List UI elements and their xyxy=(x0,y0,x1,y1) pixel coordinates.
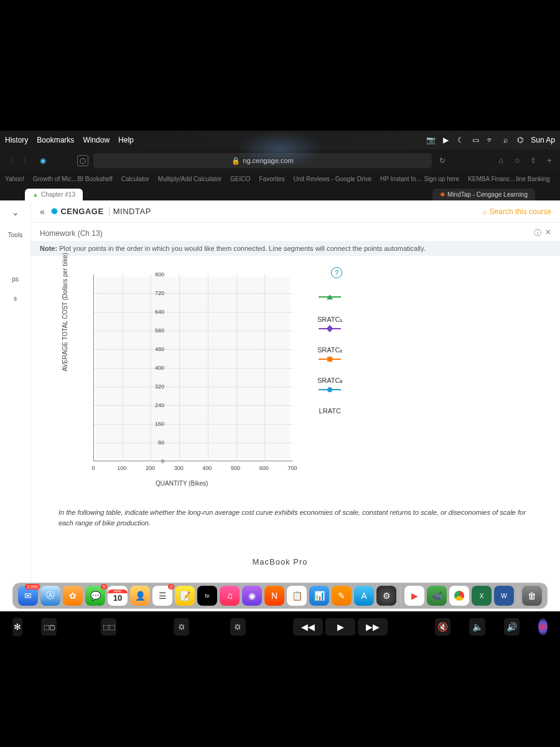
back-icon[interactable]: « xyxy=(40,207,45,217)
legend-item-sratc3[interactable]: SRATC₃ xyxy=(317,377,342,393)
esc-key[interactable]: ✻ xyxy=(12,618,22,636)
dock-word[interactable]: W xyxy=(494,586,514,606)
touchbar-vol-down[interactable]: 🔈 xyxy=(469,618,485,636)
dock-trash[interactable]: 🗑 xyxy=(522,586,542,606)
touchbar-vol-up[interactable]: 🔊 xyxy=(504,618,520,636)
moon-icon[interactable]: ☾ xyxy=(456,136,465,144)
touchbar-siri[interactable] xyxy=(538,618,548,636)
tab-favicon: ▲ xyxy=(32,191,39,198)
address-bar[interactable]: 🔒 ng.cengage.com xyxy=(93,153,432,168)
dock-calendar[interactable]: APR 10 xyxy=(108,586,128,606)
dock-messages[interactable]: 💬5 xyxy=(85,586,105,606)
y-tick: 480 xyxy=(155,346,164,352)
dock-settings[interactable]: ⚙ xyxy=(376,586,396,606)
control-center-icon[interactable]: ⌬ xyxy=(516,136,525,144)
sidebar-item-2[interactable]: s xyxy=(14,295,17,302)
dock-chrome[interactable] xyxy=(449,586,469,606)
dock-music[interactable]: ♫ xyxy=(220,586,240,606)
chart-container: ? AVERAGE TOTAL COST (Dollars per bike) … xyxy=(56,268,367,492)
dock-news[interactable]: N xyxy=(264,586,284,606)
wifi-icon[interactable]: ᯤ xyxy=(486,136,495,144)
share-icon[interactable]: ⇪ xyxy=(528,155,539,166)
left-sidebar: ⌄ Tools ps s xyxy=(0,200,31,611)
address-text: ng.cengage.com xyxy=(243,157,293,164)
new-tab-icon[interactable]: + xyxy=(544,155,555,166)
dock-screenshot[interactable]: 📋 xyxy=(287,586,307,606)
help-icon[interactable]: ? xyxy=(331,267,342,278)
touchbar-next[interactable]: ▶▶ xyxy=(358,618,388,636)
dock-app-store-2[interactable]: A xyxy=(354,586,374,606)
close-icon[interactable]: ✕ xyxy=(545,228,551,238)
legend-item-sratc2[interactable]: SRATC₂ xyxy=(317,346,342,363)
bookmark-hp[interactable]: HP Instant In… Sign up here xyxy=(380,176,459,182)
touchbar-brightness-up[interactable]: ⛭ xyxy=(230,618,246,636)
dock-keynote[interactable]: 📊 xyxy=(309,586,329,606)
bookmark-multiply[interactable]: Multiply/Add Calculator xyxy=(158,176,222,182)
legend-item-lratc[interactable]: LRATC xyxy=(317,407,342,415)
bookmark-favorites[interactable]: Favorites xyxy=(259,176,284,182)
nav-forward-icon[interactable]: 〉 xyxy=(21,155,32,166)
bookmark-yahoo[interactable]: Yahoo! xyxy=(5,176,24,182)
cengage-logo: ✺ CENGAGE MINDTAP xyxy=(51,207,151,216)
sidebar-item-1[interactable]: ps xyxy=(12,276,19,283)
y-tick: 160 xyxy=(155,421,164,427)
bookmark-calculator[interactable]: Calculator xyxy=(121,176,149,182)
dock-contacts[interactable]: 👤 xyxy=(130,586,150,606)
privacy-shield-icon[interactable]: ◯ xyxy=(77,155,88,166)
touch-bar: ✻ ⬚▢ ⬚⬚ ⛭ ⛭ ◀◀ ▶ ▶▶ 🔇 🔈 🔊 xyxy=(0,613,560,641)
dock-notes[interactable]: 📝 xyxy=(175,586,195,606)
x-tick: 300 xyxy=(174,465,184,471)
legend-item-sratc1[interactable]: SRATC₁ xyxy=(317,316,342,332)
home-icon[interactable]: ⌂ xyxy=(495,155,506,166)
bookmark-bookshelf[interactable]: Growth of Mic…BI Bookshelf xyxy=(33,176,113,182)
menu-history[interactable]: History xyxy=(5,136,28,144)
touchbar-prev[interactable]: ◀◀ xyxy=(293,618,323,636)
sidebar-toggle-icon[interactable]: ◉ xyxy=(37,155,49,166)
bookmark-unitreviews[interactable]: Unit Reviews - Google Drive xyxy=(293,176,371,182)
touchbar-play[interactable]: ▶ xyxy=(325,618,355,636)
dock-facetime[interactable]: 📹 xyxy=(427,586,447,606)
mindtap-header: « ✺ CENGAGE MINDTAP ⌕ Search this course xyxy=(31,200,560,223)
nav-back-icon[interactable]: 〈 xyxy=(5,155,16,166)
menu-window[interactable]: Window xyxy=(83,136,110,144)
search-icon: ⌕ xyxy=(483,207,487,216)
y-tick: 320 xyxy=(155,383,164,390)
bookmark-kemba[interactable]: KEMBA Financ…line Banking xyxy=(468,176,550,182)
touchbar-mute[interactable]: 🔇 xyxy=(435,618,450,636)
menu-help[interactable]: Help xyxy=(118,136,134,144)
tab-mindtap[interactable]: ✺ MindTap - Cengage Learning xyxy=(432,189,535,200)
y-tick: 0 xyxy=(161,458,164,464)
play-icon[interactable]: ▶ xyxy=(441,136,450,144)
chevron-down-icon[interactable]: ⌄ xyxy=(9,205,22,219)
tab-strip: ▲ Chapter #13 ✺ MindTap - Cengage Learni… xyxy=(0,186,560,200)
dock-reminders[interactable]: ☰2 xyxy=(152,586,172,606)
y-axis-label: AVERAGE TOTAL COST (Dollars per bike) xyxy=(62,253,68,371)
search-course[interactable]: ⌕ Search this course xyxy=(483,207,551,216)
camera-icon[interactable]: 📷 xyxy=(426,136,435,144)
dock-photos[interactable]: ✿ xyxy=(63,586,83,606)
dock-podcasts[interactable]: ◉ xyxy=(242,586,262,606)
note-bar: Note: Plot your points in the order in w… xyxy=(31,241,560,256)
dock-youtube[interactable]: ▶ xyxy=(404,586,424,606)
menubar-clock[interactable]: Sun Ap xyxy=(531,136,555,144)
legend-item-blank[interactable] xyxy=(317,293,342,302)
bookmark-geico[interactable]: GEICO xyxy=(230,176,250,182)
star-icon[interactable]: ☆ xyxy=(511,155,523,166)
dock-excel[interactable]: X xyxy=(472,586,492,606)
dock-mail[interactable]: ✉2,693 xyxy=(18,586,38,606)
plot-area[interactable] xyxy=(93,275,292,461)
dock-tv[interactable]: tv xyxy=(197,586,217,606)
info-icon[interactable]: ⓘ xyxy=(534,228,541,238)
battery-icon[interactable]: ▭ xyxy=(471,136,480,144)
touchbar-widget-2[interactable]: ⬚⬚ xyxy=(101,618,116,636)
search-icon[interactable]: ⌕ xyxy=(501,136,510,144)
dock-pages[interactable]: ✎ xyxy=(332,586,352,606)
menu-bookmarks[interactable]: Bookmarks xyxy=(37,136,74,144)
touchbar-brightness-down[interactable]: ⛭ xyxy=(174,618,189,636)
x-tick: 0 xyxy=(91,465,95,471)
touchbar-widget-1[interactable]: ⬚▢ xyxy=(41,618,57,636)
tab-chapter13[interactable]: ▲ Chapter #13 xyxy=(25,189,83,200)
dock-appstore[interactable]: Ⓐ xyxy=(40,586,60,606)
sidebar-tools[interactable]: Tools xyxy=(8,232,22,238)
reload-icon[interactable]: ↻ xyxy=(437,155,448,166)
